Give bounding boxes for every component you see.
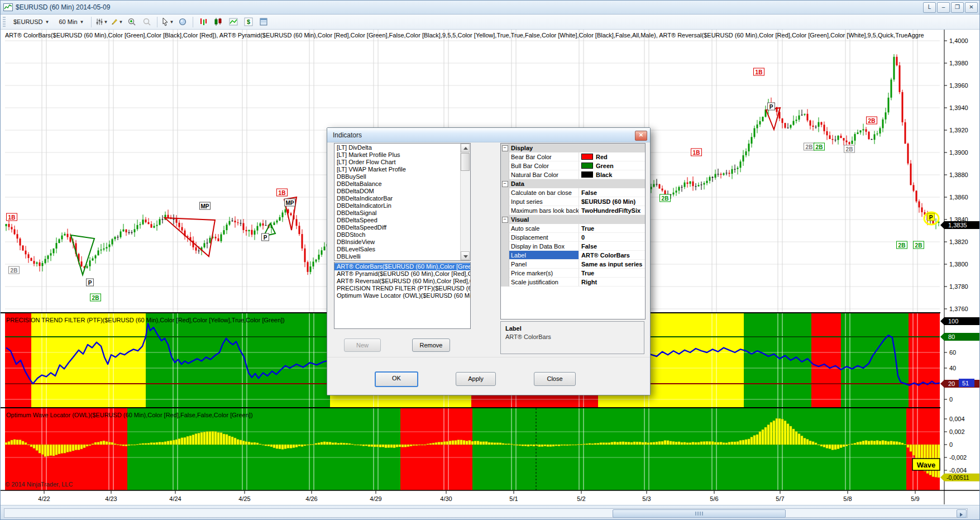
property-value[interactable]: $EURUSD (60 Min) [579,197,645,206]
list-scrollbar[interactable] [460,144,470,260]
selected-indicator-item[interactable]: Optimum Wave Locator (OWL)($EURUSD (60 M… [334,292,470,299]
collapse-icon[interactable]: − [502,217,508,223]
available-indicators-list[interactable]: [LT] DivDelta[LT] Market Profile Plus[LT… [334,143,471,261]
available-indicator-item[interactable]: DBDeltaIndicatorLin [334,202,461,209]
available-indicator-item[interactable]: [LT] VWAP Market Profile [334,166,461,173]
drawing-pencil-icon[interactable]: ▼ [110,16,123,28]
indicator-sliders-icon[interactable]: ▼ [95,16,108,28]
selected-indicators-list[interactable]: ART® ColorBars($EURUSD (60 Min),Color [G… [334,262,471,329]
signal-marker-label: MP [286,200,294,206]
close-button[interactable]: ✕ [965,2,978,13]
scrollbar-thumb[interactable] [461,153,470,171]
property-name[interactable]: Bear Bar Color [509,152,579,161]
property-name[interactable]: Display in Data Box [509,242,579,251]
available-indicator-item[interactable]: DBInsideView [334,238,461,246]
property-value[interactable]: ART® ColorBars [579,251,645,260]
scroll-up-icon[interactable] [461,144,470,152]
toolbar-grip[interactable] [3,17,6,27]
zoom-in-icon[interactable] [125,16,138,28]
zoom-window-icon[interactable] [176,16,189,28]
available-indicator-item[interactable]: DBDeltaSpeedDiff [334,224,461,231]
available-indicator-item[interactable]: [LT] Market Profile Plus [334,151,461,159]
property-value-text: ART® ColorBars [581,251,630,260]
property-value[interactable]: Same as input series [579,260,645,269]
scroll-down-icon[interactable] [461,251,470,260]
minimize-button[interactable]: – [937,2,950,13]
property-name[interactable]: Price marker(s) [509,269,579,278]
new-button[interactable]: New [344,338,381,352]
horizontal-scrollbar-thumb[interactable] [613,509,786,518]
apply-button[interactable]: Apply [456,372,496,386]
available-indicator-item[interactable]: DBDeltaBalance [334,180,461,188]
signal-marker-label: 1B [756,69,763,75]
available-indicator-item[interactable]: DBDStoch [334,231,461,238]
close-dialog-button[interactable]: Close [534,372,576,386]
property-name[interactable]: Input series [509,197,579,206]
collapse-icon[interactable]: − [502,181,508,187]
zoom-out-icon[interactable] [140,16,154,28]
property-name[interactable]: Bull Bar Color [509,161,579,170]
property-value[interactable]: Right [579,278,645,287]
property-name[interactable]: Scale justification [509,278,579,287]
candle-style-icon[interactable] [212,16,225,28]
dialog-title-bar[interactable]: Indicators [327,128,650,142]
property-value[interactable]: Red [579,152,645,161]
available-indicator-item[interactable]: DBDeltaSignal [334,209,461,217]
property-value[interactable]: False [579,242,645,251]
property-name[interactable]: Natural Bar Color [509,170,579,179]
property-value[interactable]: TwoHundredFiftySix [579,206,645,215]
remove-button[interactable]: Remove [412,338,450,352]
selected-indicator-item[interactable]: ART® Pyramid($EURUSD (60 Min),Color [Red… [334,270,470,278]
owl-bar [818,445,820,445]
instrument-selector[interactable]: $EURUSD▼ [9,16,54,27]
property-group-header[interactable]: Display [509,144,645,152]
bar-style-icon[interactable] [197,16,210,28]
property-value[interactable]: True [579,269,645,278]
available-indicator-item[interactable]: DBLevelSales [334,246,461,253]
selected-indicator-item[interactable]: ART® Reversal($EURUSD (60 Min),Color [Re… [334,278,470,285]
owl-bar [184,437,186,445]
property-name[interactable]: Panel [509,260,579,269]
toolbar: $EURUSD▼ 60 Min▼ ▼ ▼ ▼ [1,15,979,30]
available-indicator-item[interactable]: [LT] DivDelta [334,144,461,151]
interval-selector[interactable]: 60 Min▼ [55,16,88,27]
horizontal-scrollbar[interactable] [4,508,968,518]
owl-bar [337,443,340,445]
property-group-header[interactable]: Data [509,179,645,188]
line-style-icon[interactable] [227,16,240,28]
available-indicator-item[interactable]: DBBuySell [334,173,461,180]
available-indicator-item[interactable]: DBDeltaDOM [334,188,461,195]
price-tick-label: 1,3800 [949,261,968,268]
property-name[interactable]: Label [509,251,579,260]
owl-bar [692,442,694,445]
candle-body [6,224,7,226]
property-group-header[interactable]: Visual [509,215,645,224]
available-indicator-item[interactable]: DBDeltaSpeed [334,217,461,224]
selected-indicator-item[interactable]: PRECISION TREND FILTER (PTF)($EURUSD (60 [334,285,470,292]
collapse-icon[interactable]: − [502,145,508,151]
property-name[interactable]: Maximum bars look back [509,206,579,215]
property-value[interactable]: 0 [579,233,645,242]
ok-button[interactable]: OK [375,371,418,387]
scrollbar-grip-icon [695,512,703,516]
owl-bar [323,442,326,445]
property-name[interactable]: Calculate on bar close [509,188,579,197]
property-name[interactable]: Auto scale [509,224,579,233]
dialog-close-icon[interactable]: ✕ [635,131,647,141]
available-indicator-item[interactable]: DBDeltaIndicatorBar [334,195,461,202]
data-panel-icon[interactable] [257,16,270,28]
scroll-right-icon[interactable] [957,509,967,518]
property-value[interactable]: True [579,224,645,233]
link-button[interactable]: L [923,2,936,13]
property-value[interactable]: False [579,188,645,197]
property-value[interactable]: Green [579,161,645,170]
property-value[interactable]: Black [579,170,645,179]
maximize-button[interactable]: ❐ [951,2,964,13]
candle-body [114,237,116,239]
available-indicator-item[interactable]: DBLivelli [334,253,461,260]
dollar-icon[interactable]: $ [242,16,255,28]
selected-indicator-item[interactable]: ART® ColorBars($EURUSD (60 Min),Color [G… [334,263,470,270]
cursor-icon[interactable]: ▼ [161,16,174,28]
property-name[interactable]: Displacement [509,233,579,242]
available-indicator-item[interactable]: [LT] Order Flow Chart [334,159,461,166]
